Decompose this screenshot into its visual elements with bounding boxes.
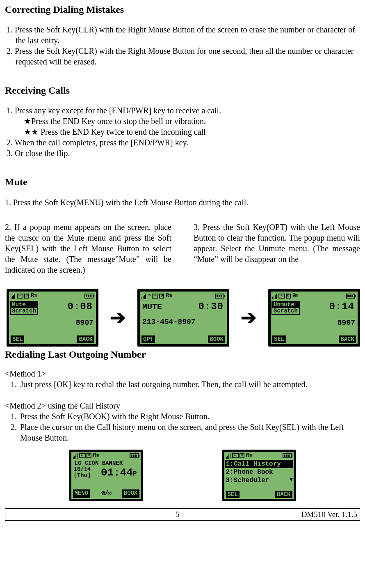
softkey-bar: SEL BACK [9, 335, 96, 344]
softkey-left: SEL [11, 335, 24, 343]
phone-screen-mute-popup: ✉ D Rm Mute Scratch 0:08 8907 SEL BACK [7, 289, 98, 347]
softkey-bar: SEL BACK [271, 335, 358, 344]
heading-redial: Redialing Last Outgoing Number [5, 348, 360, 361]
mute-label: MUTE [142, 302, 162, 312]
day-text: [Thu] [74, 473, 91, 479]
method-2-list: 1. Press the Soft Key(BOOK) with the Rig… [11, 411, 360, 443]
method-1-label: <Method 1> [5, 368, 360, 379]
d-icon: D [286, 294, 291, 299]
section-mute: Mute 1. Press the Soft Key(MENU) with th… [5, 176, 360, 275]
softkey-left: SEL [226, 491, 240, 498]
list-num: 1. [11, 411, 17, 422]
screen-body: Mute Scratch 0:08 8907 [9, 301, 96, 335]
section-redial: Redialing Last Outgoing Number <Method 1… [5, 348, 360, 443]
mute-columns: 2. If a popup menu appears on the screen… [5, 222, 360, 275]
mail-icon: ✉ [278, 294, 285, 299]
phone-number: 213-454-8907 [142, 312, 224, 326]
list-text: Press the Soft Key(BOOK) with the Right … [20, 411, 360, 422]
softkey-left: MENU [73, 489, 90, 498]
list-item: 1. Press the Soft Key(CLR) with the Righ… [7, 24, 360, 46]
signal-icon [141, 293, 146, 299]
mute-step-2: 2. If a popup menu appears on the screen… [5, 222, 171, 275]
screen-body: MUTE 0:30 213-454-8907 [140, 301, 227, 335]
softkey-right: BOOK [208, 335, 225, 343]
list-text: Just press [OK] key to redial the last o… [20, 379, 360, 390]
popup-item-scratch: Scratch [11, 308, 37, 314]
softkey-right: BOOK [122, 489, 139, 498]
mail-icon: ✉ [79, 453, 86, 458]
signal-icon [226, 453, 230, 459]
mute-step-3: 3. Press the Soft Key(OPT) with the Left… [194, 222, 360, 275]
screen-body: Unmute Scratch 0:14 8907 [271, 301, 358, 335]
status-bar: ✉ D Rm [224, 452, 294, 460]
mail-icon: ✉ [17, 294, 23, 299]
battery-icon [84, 294, 94, 299]
popup-item-unmute: Unmute [272, 302, 299, 308]
heading-correcting: Correcting Dialing Mistakes [5, 3, 360, 16]
method-2-label: <Method 2> using the Call History [5, 400, 360, 411]
popup-menu: Mute Scratch [10, 301, 38, 315]
list-text: Place the cursor on the Call history men… [20, 422, 360, 443]
clock: 01:44P [91, 467, 139, 479]
d-icon: D [240, 453, 244, 458]
menu-list: 1:Call History 2:Phone Book 3:Scheduler … [224, 460, 294, 490]
list-receiving: 1. Press any key except for the [END/PWR… [7, 105, 360, 158]
signal-icon [11, 293, 15, 299]
list-item: 2. Press the Soft Key(CLR) with the Righ… [7, 46, 360, 67]
clock-ampm: P [133, 470, 137, 478]
softkey-right: BACK [339, 335, 356, 343]
signal-icon [73, 453, 78, 459]
mail-icon: ✉ [152, 294, 158, 299]
popup-menu: Unmute Scratch [271, 301, 300, 315]
popup-item-scratch: Scratch [272, 308, 299, 314]
battery-icon [130, 453, 139, 458]
softkey-left: SEL [272, 335, 286, 343]
list-correcting: 1. Press the Soft Key(CLR) with the Righ… [7, 24, 360, 67]
list-item: 3. Or close the flip. [7, 148, 360, 158]
roaming-icon: Rm [166, 292, 171, 299]
list-item: 2. Place the cursor on the Call history … [11, 422, 360, 443]
softkey-right: BACK [77, 335, 94, 343]
softkey-bar: SEL BACK [224, 490, 294, 499]
status-bar: ✉ D Rm [271, 292, 358, 301]
menu-item-phone-book: 2:Phone Book [225, 468, 293, 476]
list-item: 1. Press the Soft Key(BOOK) with the Rig… [11, 411, 360, 422]
status-bar: ⌒ ✉ D Rm [140, 292, 227, 301]
roaming-icon: Rm [246, 452, 252, 459]
phone-screen-home: ✉ D Rm LG CION BANNER 10/14 [Thu] 01:44P… [69, 450, 143, 501]
list-item: 2. When the call completes, press the [E… [7, 137, 360, 148]
phone-screen-muted: ⌒ ✉ D Rm MUTE 0:30 213-454-8907 OPT BOOK [137, 289, 229, 347]
call-timer: 0:30 [198, 301, 224, 312]
roaming-icon: Rm [31, 292, 36, 299]
list-num: 1. [11, 379, 17, 390]
version-label: DM510 Ver. 1.1.5 [301, 510, 357, 520]
arrow-right-icon: ➔ [110, 308, 126, 327]
softkey-bar: OPT BOOK [140, 335, 227, 344]
in-call-icon: ⌒ [148, 292, 151, 299]
menu-item-label: 3:Scheduler [226, 476, 269, 485]
softkey-bar: MENU ☎/∞ BOOK [71, 489, 141, 499]
softkey-left: OPT [141, 335, 155, 343]
menu-item-call-history: 1:Call History [225, 460, 293, 468]
banner-text: LG CION BANNER [74, 460, 139, 466]
softkey-right: BACK [275, 491, 292, 498]
list-num: 2. [11, 422, 17, 443]
menu-item-scheduler: 3:Scheduler ▼ [225, 476, 293, 485]
section-receiving: Receiving Calls 1. Press any key except … [5, 84, 360, 158]
d-icon: D [87, 453, 91, 458]
page-footer: 5 DM510 Ver. 1.1.5 [5, 508, 360, 521]
mail-icon: ✉ [232, 453, 239, 458]
list-item: 1. Press any key except for the [END/PWR… [7, 105, 360, 116]
d-icon: D [159, 294, 164, 299]
signal-icon [272, 293, 277, 299]
status-bar: ✉ D Rm [9, 292, 96, 301]
section-correcting: Correcting Dialing Mistakes 1. Press the… [5, 3, 360, 67]
d-icon: D [24, 294, 29, 299]
voicemail-icon: ☎/∞ [101, 489, 111, 498]
star-note-1: ★Press the END Key once to stop the bell… [7, 116, 360, 126]
battery-icon [346, 294, 356, 299]
date-text: 10/14 [74, 466, 91, 473]
mute-step-1: 1. Press the Soft Key(MENU) with the Lef… [5, 197, 360, 208]
battery-icon [283, 453, 292, 458]
clock-time: 01:44 [101, 466, 133, 479]
